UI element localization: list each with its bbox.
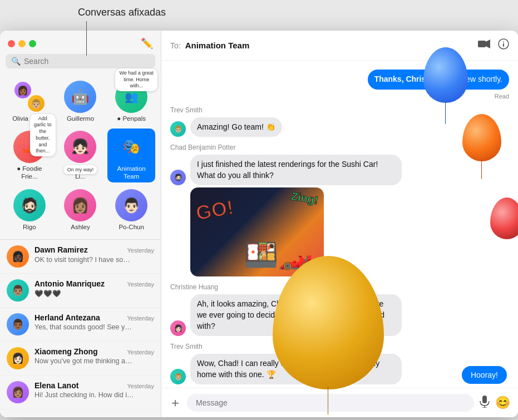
video-call-button[interactable]: [478, 39, 490, 51]
pinned-item-foodie[interactable]: 🌶️ Add garlic to the butter, and then...…: [6, 129, 53, 183]
msg-group-outgoing: Thanks, Christine. I'll review shortly. …: [170, 70, 509, 100]
conv-preview-elena: Hi! Just checking in. How did it go?: [34, 391, 135, 399]
pinned-item-guillermo[interactable]: 🤖 Guillermo: [57, 78, 105, 125]
msg-row-trev2: 👨🏼 Wow, Chad! I can really envision us t…: [170, 354, 509, 384]
chat-header-actions: [478, 38, 509, 52]
info-button[interactable]: [498, 38, 509, 52]
traffic-lights: [8, 40, 36, 47]
message-input[interactable]: [187, 394, 474, 412]
conv-name-dawn: Dawn Ramirez: [34, 245, 88, 254]
conv-time-herland: Yesterday: [127, 315, 154, 322]
conv-preview-xiaomeng: Now you've got me thinking about my next…: [34, 357, 135, 365]
chat-input-bar: ＋ 😊: [161, 388, 518, 417]
foodie-bubble: Add garlic to the butter, and then...: [30, 114, 56, 156]
chat-to-label: To:: [170, 41, 181, 50]
conv-name-herland: Herland Antezana: [34, 313, 100, 322]
conv-content-elena: Elena Lanot Yesterday Hi! Just checking …: [34, 381, 154, 399]
conv-item-antonio[interactable]: 👨🏽 Antonio Manriquez Yesterday 🖤🖤🖤: [0, 274, 161, 308]
annotation-line: [86, 21, 87, 56]
pinned-name-rigo: Rigo: [23, 224, 36, 231]
conv-time-dawn: Yesterday: [127, 247, 154, 254]
chat-area: To: Animation Team: [161, 31, 518, 417]
search-bar: 🔍: [6, 54, 155, 68]
msg-row-trev1: 👨🏼 Amazing! Go team! 👏: [170, 117, 509, 137]
conv-time-xiaomeng: Yesterday: [127, 349, 154, 355]
pinned-item-pochun[interactable]: 👨🏻 Po-Chun: [107, 187, 155, 234]
sidebar: ✏️ 🔍 👩🏾 👨🏼 Olivia & Will: [0, 31, 161, 417]
pinned-item-jasmine[interactable]: 👧🏻 On my way! ● Jasmine, Li...: [57, 129, 105, 183]
conv-name-xiaomeng: Xiaomeng Zhong: [34, 347, 98, 356]
svg-rect-3: [503, 43, 504, 47]
msg-bubble-chad: I just finished the latest renderings fo…: [190, 155, 402, 185]
msg-group-christine1: Christine Huang 👩🏻 Ah, it looks amazing,…: [170, 283, 509, 336]
msg-bubble-christine1: Ah, it looks amazing, Chad! I love it so…: [190, 294, 402, 336]
jasmine-bubble: On my way!: [64, 165, 97, 174]
conv-item-herland[interactable]: 👨🏾 Herland Antezana Yesterday Yes, that …: [0, 308, 161, 342]
search-icon: 🔍: [11, 57, 21, 66]
pinned-item-animation-team[interactable]: 🎭 Animation Team: [107, 129, 155, 183]
conv-avatar-xiaomeng: 👩🏻: [7, 347, 29, 369]
msg-bubble-thanks: Thanks, Christine. I'll review shortly.: [368, 70, 509, 90]
conv-content-dawn: Dawn Ramirez Yesterday OK to visit tonig…: [34, 245, 154, 264]
main-window: ✏️ 🔍 👩🏾 👨🏼 Olivia & Will: [0, 31, 518, 417]
conv-avatar-antonio: 👨🏽: [7, 279, 29, 302]
msg-group-chad: Chad Benjamin Potter 🧔🏻 I just finished …: [170, 144, 509, 276]
conv-preview-antonio: 🖤🖤🖤: [34, 289, 135, 298]
zing-sticker: Zing!: [290, 190, 319, 207]
voice-button[interactable]: [480, 396, 490, 411]
pinned-item-ashley[interactable]: 👩🏽 Ashley: [57, 187, 105, 234]
emoji-button[interactable]: 😊: [495, 396, 510, 410]
msg-group-trev2: Trev Smith 👨🏼 Wow, Chad! I can really en…: [170, 343, 509, 384]
pinned-name-foodie: ● Foodie Frie...: [8, 165, 51, 181]
pinned-item-rigo[interactable]: 🧔🏻 Rigo: [6, 187, 53, 234]
msg-avatar-chad: 🧔🏻: [170, 170, 186, 185]
msg-avatar-trev1: 👨🏼: [170, 121, 186, 137]
msg-group-trev1: Trev Smith 👨🏼 Amazing! Go team! 👏: [170, 106, 509, 137]
conv-item-elena[interactable]: 👩🏽 Elena Lanot Yesterday Hi! Just checki…: [0, 375, 161, 409]
conv-time-elena: Yesterday: [127, 383, 154, 389]
add-attachment-button[interactable]: ＋: [169, 394, 181, 411]
chat-recipient: Animation Team: [185, 41, 250, 50]
fullscreen-button[interactable]: [29, 40, 36, 47]
conversation-list: 👩🏿 Dawn Ramirez Yesterday OK to visit to…: [0, 240, 161, 417]
minimize-button[interactable]: [18, 40, 26, 47]
compose-button[interactable]: ✏️: [141, 37, 153, 50]
conv-name-elena: Elena Lanot: [34, 381, 78, 390]
conv-avatar-herland: 👨🏾: [7, 313, 29, 335]
msg-bubble-trev1: Amazing! Go team! 👏: [190, 117, 282, 137]
annotation-label: Conversas afixadas: [78, 7, 166, 18]
search-input[interactable]: [24, 57, 150, 66]
conv-avatar-elena: 👩🏽: [7, 381, 29, 403]
conv-content-xiaomeng: Xiaomeng Zhong Yesterday Now you've got …: [34, 347, 154, 365]
msg-sender-christine1: Christine Huang: [170, 283, 509, 291]
msg-row-christine1: 👩🏻 Ah, it looks amazing, Chad! I love it…: [170, 294, 509, 336]
pinned-name-ashley: Ashley: [71, 224, 90, 231]
pinned-name-penpals: ● Penpals: [117, 115, 146, 123]
msg-avatar-trev2: 👨🏼: [170, 369, 186, 384]
conv-content-antonio: Antonio Manriquez Yesterday 🖤🖤🖤: [34, 279, 154, 298]
conv-time-antonio: Yesterday: [127, 281, 154, 288]
pinned-item-penpals[interactable]: 👥 We had a great time. Home with... ● Pe…: [107, 78, 155, 125]
read-receipt: Read: [170, 93, 509, 100]
penpals-bubble: We had a great time. Home with...: [115, 68, 157, 91]
conv-item-dawn[interactable]: 👩🏿 Dawn Ramirez Yesterday OK to visit to…: [0, 240, 161, 274]
go-sticker: GO!: [194, 196, 235, 225]
conv-preview-herland: Yes, that sounds good! See you then.: [34, 323, 135, 331]
svg-marker-1: [486, 39, 490, 48]
conv-item-xiaomeng[interactable]: 👩🏻 Xiaomeng Zhong Yesterday Now you've g…: [0, 342, 161, 375]
svg-point-4: [503, 42, 504, 43]
pinned-grid: 👩🏾 👨🏼 Olivia & Will 🤖 Guillermo 👥: [6, 78, 155, 182]
pinned-name-guillermo: Guillermo: [67, 115, 94, 123]
msg-sender-trev1: Trev Smith: [170, 106, 509, 114]
conv-preview-dawn: OK to visit tonight? I have some things …: [34, 255, 135, 264]
svg-rect-5: [482, 396, 487, 403]
msg-image-sushi-car: GO! Zing! 🍱🏎️: [190, 187, 324, 276]
close-button[interactable]: [8, 40, 15, 47]
titlebar: ✏️: [0, 31, 161, 54]
msg-sender-trev2: Trev Smith: [170, 343, 509, 350]
conv-content-herland: Herland Antezana Yesterday Yes, that sou…: [34, 313, 154, 331]
pinned-section: 👩🏾 👨🏼 Olivia & Will 🤖 Guillermo 👥: [0, 74, 161, 240]
sushi-car-emoji: 🍱🏎️: [244, 239, 313, 271]
msg-row-thanks: Thanks, Christine. I'll review shortly.: [170, 70, 509, 90]
pinned-extra-grid: 🧔🏻 Rigo 👩🏽 Ashley 👨🏻 Po-Chun: [6, 187, 155, 234]
